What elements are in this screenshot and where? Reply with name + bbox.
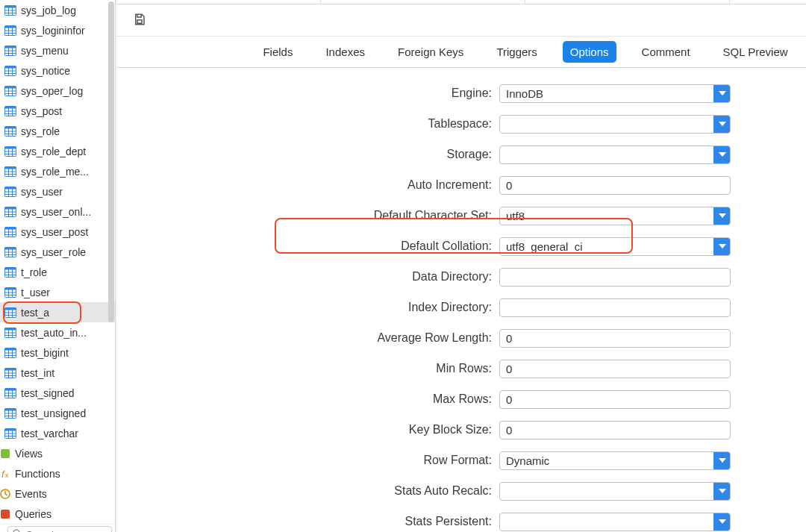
default_charset-combo[interactable]: utf8 xyxy=(499,207,731,225)
sidebar-table-test_a[interactable]: test_a xyxy=(0,302,115,322)
sidebar-item-label: sys_notice xyxy=(21,65,70,77)
sidebar-table-test_signed[interactable]: test_signed xyxy=(0,383,115,403)
save-button[interactable] xyxy=(131,12,148,28)
sidebar-item-label: test_auto_in... xyxy=(21,327,87,339)
table-icon xyxy=(4,388,16,398)
table-icon xyxy=(4,227,16,237)
sidebar-table-sys_user_role[interactable]: sys_user_role xyxy=(0,242,115,262)
stats_auto_recalc-combo[interactable] xyxy=(499,482,731,501)
stats_persistent-label: Stats Persistent: xyxy=(116,515,499,528)
sidebar-table-sys_oper_log[interactable]: sys_oper_log xyxy=(0,81,115,101)
svg-rect-7 xyxy=(5,25,16,28)
sidebar-item-label: test_bigint xyxy=(21,347,69,359)
key_block_size-control xyxy=(499,421,738,439)
sidebar-table-sys_user_post[interactable]: sys_user_post xyxy=(0,222,115,242)
table-icon xyxy=(4,408,16,419)
default_collation-combo[interactable]: utf8_general_ci xyxy=(499,237,731,256)
sidebar-item-label: sys_user_onl... xyxy=(21,206,91,218)
dropdown-button[interactable] xyxy=(713,483,730,500)
table-icon xyxy=(4,187,16,197)
min_rows-label: Min Rows: xyxy=(116,362,499,375)
table-icon xyxy=(4,428,16,439)
top-tab[interactable] xyxy=(116,0,321,4)
form-row-key_block_size: Key Block Size: xyxy=(116,415,806,445)
sidebar-item-label: test_a xyxy=(21,307,49,319)
auto_increment-input[interactable] xyxy=(499,176,731,195)
sidebar-table-t_user[interactable]: t_user xyxy=(0,282,115,302)
sidebar-table-test_int[interactable]: test_int xyxy=(0,363,115,383)
sidebar-item-label: test_unsigned xyxy=(21,407,86,419)
sidebar-table-sys_role_me-[interactable]: sys_role_me... xyxy=(0,161,115,181)
table-icon xyxy=(4,287,16,298)
tab-indexes[interactable]: Indexes xyxy=(318,41,372,63)
svg-rect-85 xyxy=(5,287,16,290)
sidebar-table-test_varchar[interactable]: test_varchar xyxy=(0,423,115,443)
table-icon xyxy=(4,368,16,378)
sidebar-search[interactable] xyxy=(7,526,112,532)
storage-label: Storage: xyxy=(116,148,499,161)
sidebar-table-sys_user[interactable]: sys_user xyxy=(0,181,115,201)
row_format-combo[interactable]: Dynamic xyxy=(499,451,731,470)
engine-combo[interactable]: InnoDB xyxy=(499,84,731,103)
options-form: Engine:InnoDBTablespace:Storage:Auto Inc… xyxy=(116,68,806,532)
search-input[interactable] xyxy=(25,528,115,533)
dropdown-button[interactable] xyxy=(713,207,730,225)
sidebar-table-sys_notice[interactable]: sys_notice xyxy=(0,60,115,81)
sidebar-section-functions[interactable]: fxFunctions xyxy=(0,463,115,484)
avg_row_length-input[interactable] xyxy=(499,329,731,348)
sidebar-table-sys_job_log[interactable]: sys_job_log xyxy=(0,0,115,20)
sidebar-table-test_bigint[interactable]: test_bigint xyxy=(0,342,115,363)
sidebar-table-t_role[interactable]: t_role xyxy=(0,262,115,282)
table-icon xyxy=(4,126,16,137)
dropdown-button[interactable] xyxy=(713,513,730,531)
max_rows-input[interactable] xyxy=(499,390,731,409)
storage-combo[interactable] xyxy=(499,145,731,164)
data_directory-input[interactable] xyxy=(499,268,731,287)
tablespace-combo[interactable] xyxy=(499,115,731,134)
top-tab[interactable] xyxy=(730,0,806,4)
top-tab[interactable] xyxy=(525,0,730,4)
sidebar-table-sys_role[interactable]: sys_role xyxy=(0,121,115,141)
sidebar-table-sys_user_onl-[interactable]: sys_user_onl... xyxy=(0,201,115,222)
table-icon xyxy=(4,25,16,36)
tab-options[interactable]: Options xyxy=(563,41,616,63)
svg-rect-37 xyxy=(5,126,16,128)
dropdown-button[interactable] xyxy=(713,116,730,133)
svg-rect-121 xyxy=(5,408,16,410)
sidebar-item-label: sys_role_me... xyxy=(21,166,89,178)
sidebar-table-sys_menu[interactable]: sys_menu xyxy=(0,40,115,60)
stats_persistent-combo[interactable] xyxy=(499,513,731,531)
sidebar-scrollbar[interactable] xyxy=(108,1,114,322)
index_directory-control xyxy=(499,298,738,317)
tab-triggers[interactable]: Triggers xyxy=(489,41,544,63)
top-tab[interactable] xyxy=(321,0,525,4)
avg_row_length-control xyxy=(499,329,738,348)
min_rows-input[interactable] xyxy=(499,360,731,378)
dropdown-button[interactable] xyxy=(713,146,730,163)
index_directory-input[interactable] xyxy=(499,298,731,317)
default_charset-value: utf8 xyxy=(500,207,713,225)
key_block_size-input[interactable] xyxy=(499,421,731,439)
sidebar-table-sys_logininfor[interactable]: sys_logininfor xyxy=(0,20,115,40)
dropdown-button[interactable] xyxy=(713,238,730,255)
dropdown-button[interactable] xyxy=(713,452,730,469)
default_collation-label: Default Collation: xyxy=(116,240,499,253)
engine-value: InnoDB xyxy=(500,85,713,102)
sidebar-section-queries[interactable]: Queries xyxy=(0,504,115,524)
svg-rect-109 xyxy=(5,368,16,370)
dropdown-button[interactable] xyxy=(713,85,730,102)
tab-comment[interactable]: Comment xyxy=(634,41,698,63)
sidebar-table-sys_post[interactable]: sys_post xyxy=(0,101,115,121)
index_directory-label: Index Directory: xyxy=(116,301,499,314)
sidebar-section-views[interactable]: Views xyxy=(0,443,115,463)
sidebar-table-test_auto_in-[interactable]: test_auto_in... xyxy=(0,322,115,342)
sidebar-table-sys_role_dept[interactable]: sys_role_dept xyxy=(0,141,115,161)
tab-fields[interactable]: Fields xyxy=(255,41,300,63)
sidebar-table-test_unsigned[interactable]: test_unsigned xyxy=(0,403,115,423)
tab-sql-preview[interactable]: SQL Preview xyxy=(716,41,796,63)
table-icon xyxy=(4,146,16,157)
tab-foreign-keys[interactable]: Foreign Keys xyxy=(390,41,471,63)
max_rows-control xyxy=(499,390,738,409)
engine-label: Engine: xyxy=(116,87,499,100)
sidebar-section-events[interactable]: Events xyxy=(0,484,115,504)
